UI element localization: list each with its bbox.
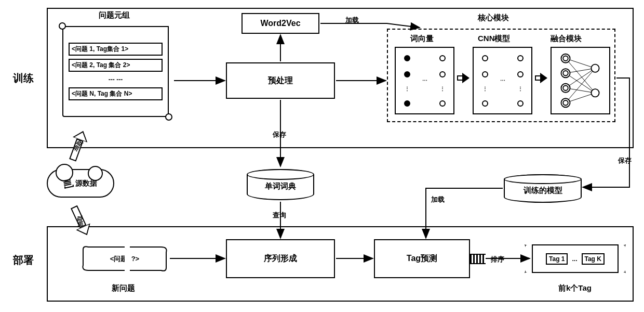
fusion-block (551, 47, 610, 114)
topk-cell-k: Tag K (582, 253, 605, 265)
trained-model-label: 训练的模型 (505, 186, 581, 196)
nn-vdots: ⋮ (482, 87, 488, 90)
svg-point-15 (563, 100, 568, 106)
fusion-label: 融合模块 (551, 34, 582, 44)
trained-model-cylinder: 训练的模型 (504, 174, 582, 203)
word2vec-box: Word2Vec (242, 13, 319, 34)
word2vec-label: Word2Vec (260, 19, 300, 28)
cnn-label: CNN模型 (478, 34, 511, 44)
nn-vdots: ⋮ (405, 87, 410, 90)
cnn-block: ⋮ ⋯ ⋮ (473, 47, 532, 114)
seq-form-box: 序列形成 (226, 239, 335, 278)
seq-form-label: 序列形成 (264, 253, 297, 264)
training-label-text: 训练 (13, 72, 34, 84)
word-dict-cylinder: 单词词典 (247, 169, 314, 200)
new-question-banner: <问题, ?> (81, 244, 169, 273)
wordvec-block: ⋮ ⋯ ⋮ (395, 47, 454, 114)
topk-cell-1: Tag 1 (546, 253, 568, 265)
preprocess-box: 预处理 (226, 62, 335, 99)
nn-dot (482, 71, 488, 77)
tag-predict-box: Tag预测 (374, 239, 470, 278)
nn-dot (517, 55, 524, 61)
svg-point-11 (563, 71, 568, 76)
svg-point-16 (591, 64, 599, 72)
topk-title: 前k个Tag (558, 283, 592, 293)
save-label-model: 保存 (618, 156, 632, 165)
nn-hdots: ⋯ (500, 79, 505, 82)
nn-dot (439, 55, 446, 61)
source-data-label: 源数据 (75, 179, 97, 188)
deploy-label-text: 部署 (13, 254, 34, 266)
training-label: 训练 (13, 71, 34, 85)
nn-dot (482, 55, 488, 61)
topk-ribbon: Tag 1 ... Tag K (525, 244, 626, 273)
nn-dot (404, 55, 410, 61)
sort-connector (470, 254, 486, 264)
deploy-label: 部署 (13, 253, 34, 267)
query-label: 查询 (273, 211, 286, 220)
tuple-item-ellipsis: --- --- (69, 75, 163, 84)
new-question-tuple: <问题, ?> (81, 244, 169, 273)
arrow-cnn-fusion (535, 73, 547, 83)
question-tuple-title: 问题元组 (99, 10, 130, 20)
stackoverflow-icon (63, 178, 74, 188)
new-question-title: 新问题 (112, 283, 135, 293)
nn-dot (517, 71, 524, 77)
load-label-model: 加载 (431, 195, 445, 204)
tuple-item-2: <问题 2, Tag 集合 2> (69, 59, 163, 72)
preprocess-label: 预处理 (268, 75, 293, 86)
tag-predict-label: Tag预测 (407, 253, 437, 264)
nn-dot (439, 71, 446, 77)
topk-cell-ellipsis: ... (570, 254, 579, 264)
wordvec-label: 词向量 (410, 34, 434, 44)
nn-dot (517, 100, 524, 107)
arrow-wordvec-cnn (457, 73, 469, 83)
nn-dot (404, 71, 410, 77)
nn-dot (439, 100, 446, 107)
source-data-cloud: 源数据 (47, 169, 114, 198)
save-label-preprocess: 保存 (273, 130, 286, 139)
question-tuple-scroll: <问题 1, Tag集合 1> <问题 2, Tag 集合 2> --- ---… (57, 21, 174, 122)
fusion-graph (555, 51, 606, 110)
nn-vdots: ⋮ (440, 87, 445, 90)
svg-point-9 (563, 56, 568, 61)
core-module-title: 核心模块 (478, 13, 509, 23)
tuple-item-1: <问题 1, Tag集合 1> (69, 43, 163, 56)
tuple-item-n: <问题 N, Tag 集合 N> (69, 87, 163, 100)
nn-vdots: ⋮ (518, 87, 523, 90)
load-label-top: 加载 (345, 16, 359, 25)
svg-point-17 (591, 89, 599, 97)
sort-label: 排序 (491, 255, 504, 264)
nn-dot (482, 100, 488, 107)
nn-dot (404, 100, 410, 107)
svg-point-13 (563, 86, 568, 91)
word-dict-label: 单词词典 (248, 181, 313, 191)
nn-hdots: ⋯ (422, 79, 427, 82)
